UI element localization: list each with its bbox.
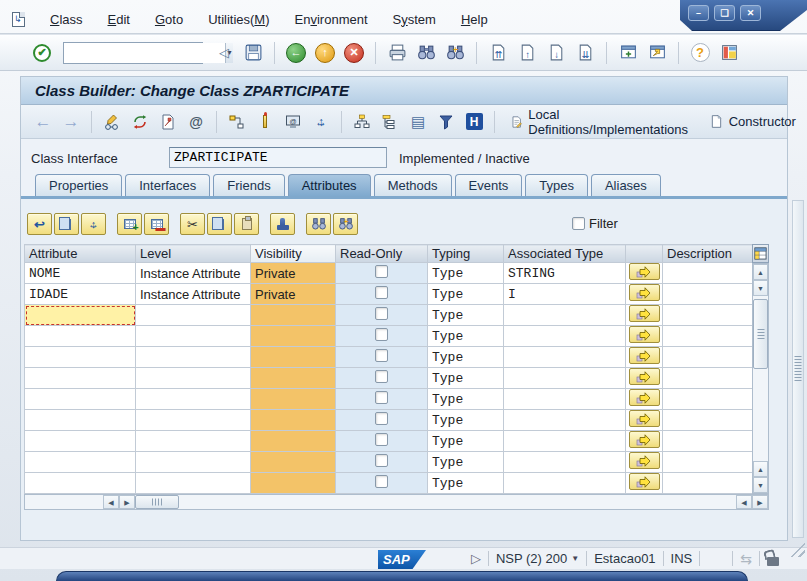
cut-button[interactable]: ✂ <box>180 213 205 235</box>
tab-interfaces[interactable]: Interfaces <box>125 174 210 196</box>
grid-find-next-button[interactable]: + <box>333 213 358 235</box>
cell-typing[interactable]: Type <box>428 389 504 410</box>
associated-type-navigate-button[interactable] <box>629 326 660 343</box>
last-page-button[interactable]: ⇊ <box>573 41 597 65</box>
cell-associated-type[interactable] <box>504 431 626 452</box>
copy-button-grid[interactable] <box>207 213 232 235</box>
cell-attribute[interactable] <box>25 410 136 431</box>
new-session-button[interactable] <box>616 41 640 65</box>
nav-back-button[interactable]: ← <box>31 110 55 134</box>
associated-type-navigate-button[interactable] <box>629 473 660 490</box>
cell-description[interactable] <box>663 263 753 284</box>
system-menu-icon[interactable] <box>12 12 25 27</box>
display-change-button[interactable] <box>100 110 124 134</box>
cell-level[interactable] <box>136 389 251 410</box>
scroll-up-button[interactable]: ▲ <box>753 264 768 280</box>
cell-description[interactable] <box>663 410 753 431</box>
next-page-button[interactable]: ↓ <box>544 41 568 65</box>
menu-item-help[interactable]: Help <box>461 12 488 27</box>
scroll-left-button[interactable]: ◀ <box>103 495 119 509</box>
horizontal-scrollbar[interactable]: ◀ ▶ ◀ ▶ <box>24 494 769 510</box>
cancel-button[interactable]: ✕ <box>342 41 366 65</box>
close-button[interactable]: ✕ <box>740 5 761 21</box>
insert-row-button[interactable]: + <box>117 213 142 235</box>
cell-visibility[interactable] <box>251 431 336 452</box>
cell-attribute[interactable] <box>25 305 136 326</box>
associated-type-navigate-button[interactable] <box>629 389 660 406</box>
cell-visibility[interactable] <box>251 326 336 347</box>
previous-page-button[interactable]: ↑ <box>515 41 539 65</box>
cell-visibility[interactable] <box>251 389 336 410</box>
cell-associated-type[interactable]: I <box>504 284 626 305</box>
input-mode-field[interactable]: INS <box>671 551 693 566</box>
filter-button[interactable] <box>434 110 458 134</box>
cell-associated-type[interactable] <box>504 326 626 347</box>
cell-level[interactable] <box>136 410 251 431</box>
col-header-associated-type[interactable]: Associated Type <box>504 245 626 263</box>
menu-item-class[interactable]: Class <box>50 12 83 27</box>
filter-checkbox[interactable] <box>572 217 585 230</box>
delete-row-button[interactable]: ▬ <box>144 213 169 235</box>
col-header-description[interactable]: Description <box>663 245 753 263</box>
cell-typing[interactable]: Type <box>428 326 504 347</box>
menu-item-edit[interactable]: Edit <box>108 12 130 27</box>
cell-typing[interactable]: Type <box>428 305 504 326</box>
activate-button[interactable]: @ <box>184 110 208 134</box>
help-button[interactable]: ? <box>688 41 712 65</box>
cell-attribute[interactable] <box>25 368 136 389</box>
read-only-checkbox[interactable] <box>375 433 388 446</box>
associated-type-navigate-button[interactable] <box>629 452 660 469</box>
associated-type-navigate-button[interactable] <box>629 263 660 280</box>
cell-typing[interactable]: Type <box>428 347 504 368</box>
col-header-read-only[interactable]: Read-Only <box>336 245 428 263</box>
associated-type-navigate-button[interactable] <box>629 284 660 301</box>
print-button[interactable] <box>385 41 409 65</box>
cell-level[interactable] <box>136 326 251 347</box>
collapse-command-button[interactable]: ◁ <box>212 41 236 65</box>
col-header-typing[interactable]: Typing <box>428 245 504 263</box>
cell-description[interactable] <box>663 473 753 494</box>
where-used-button[interactable]: ↔↕ <box>309 110 333 134</box>
cell-attribute[interactable] <box>25 452 136 473</box>
customize-layout-button[interactable] <box>717 41 741 65</box>
cell-visibility[interactable] <box>251 410 336 431</box>
scroll-down-button[interactable]: ▼ <box>753 280 768 296</box>
cell-attribute[interactable] <box>25 326 136 347</box>
menu-item-environment[interactable]: Environment <box>295 12 368 27</box>
scroll-left-button-right[interactable]: ◀ <box>736 495 752 509</box>
local-definitions-button[interactable]: Local Definitions/Implementations <box>503 110 698 134</box>
sort-button[interactable] <box>350 110 374 134</box>
find-next-button[interactable]: + <box>443 41 467 65</box>
cell-attribute[interactable]: NOME <box>25 263 136 284</box>
cell-level[interactable] <box>136 305 251 326</box>
back-button[interactable]: ← <box>284 41 308 65</box>
cell-associated-type[interactable] <box>504 368 626 389</box>
cell-attribute[interactable]: IDADE <box>25 284 136 305</box>
cell-associated-type[interactable] <box>504 305 626 326</box>
read-only-checkbox[interactable] <box>375 370 388 383</box>
undo-button[interactable]: ↩ <box>27 213 52 235</box>
cell-description[interactable] <box>663 326 753 347</box>
scroll-right-button-right[interactable]: ▶ <box>752 495 768 509</box>
cell-attribute[interactable] <box>25 431 136 452</box>
tab-properties[interactable]: Properties <box>35 174 122 196</box>
cell-level[interactable] <box>136 347 251 368</box>
cell-typing[interactable]: Type <box>428 368 504 389</box>
first-page-button[interactable]: ⇈ <box>486 41 510 65</box>
cell-associated-type[interactable] <box>504 347 626 368</box>
cell-attribute[interactable] <box>25 473 136 494</box>
cell-visibility[interactable] <box>251 305 336 326</box>
copy-button[interactable] <box>156 110 180 134</box>
maximize-button[interactable]: ❑ <box>714 5 735 21</box>
test-button[interactable]: @ <box>281 110 305 134</box>
tab-aliases[interactable]: Aliases <box>591 174 661 196</box>
stamp-button[interactable] <box>270 213 295 235</box>
scroll-up-button-bottom[interactable]: ▲ <box>753 461 768 477</box>
cell-visibility[interactable] <box>251 452 336 473</box>
cell-description[interactable] <box>663 347 753 368</box>
cell-typing[interactable]: Type <box>428 263 504 284</box>
read-only-checkbox[interactable] <box>375 328 388 341</box>
col-header-visibility[interactable]: Visibility <box>251 245 336 263</box>
cell-description[interactable] <box>663 431 753 452</box>
tab-friends[interactable]: Friends <box>213 174 284 196</box>
